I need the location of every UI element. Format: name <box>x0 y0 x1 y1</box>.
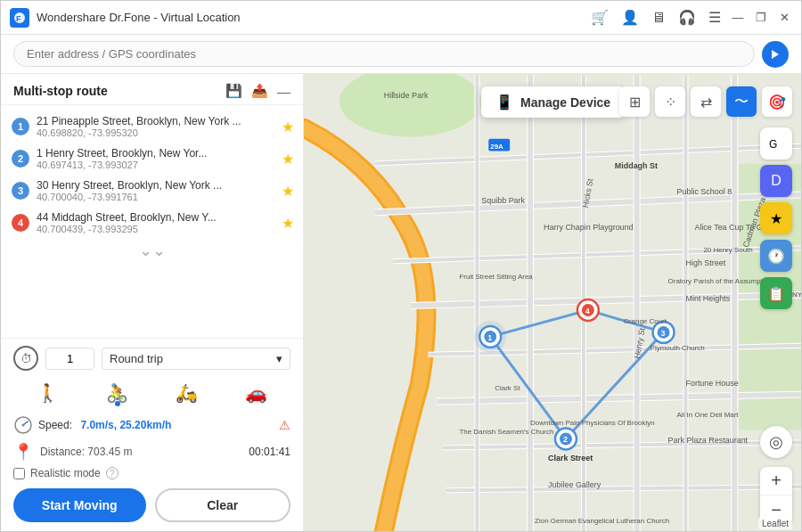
svg-text:Fruit Street Sitting Area: Fruit Street Sitting Area <box>459 273 533 281</box>
google-maps-icon[interactable]: G <box>760 127 792 160</box>
map-tool-grid[interactable]: ⊞ <box>619 86 650 117</box>
svg-text:Public School 8: Public School 8 <box>677 187 732 196</box>
realistic-mode-help-icon[interactable]: ? <box>106 467 119 479</box>
trip-count-input[interactable] <box>45 348 94 370</box>
clock-icon[interactable]: 🕐 <box>760 240 792 272</box>
route-star-2[interactable]: ★ <box>282 151 294 168</box>
action-row: Start Moving Clear <box>13 488 291 526</box>
save-route-icon[interactable]: 💾 <box>225 83 242 99</box>
route-star-1[interactable]: ★ <box>282 119 294 135</box>
sidebar-header: Multi-stop route 💾 📤 — <box>1 74 303 105</box>
route-num-2: 2 <box>12 150 29 168</box>
svg-text:Park Plaza Restaurant: Park Plaza Restaurant <box>668 436 749 445</box>
trip-mode-dropdown[interactable]: Round trip ▾ <box>102 348 291 370</box>
star-icon[interactable]: ★ <box>760 202 792 234</box>
sidebar: Multi-stop route 💾 📤 — 1 21 Pineapple St… <box>1 74 304 532</box>
app-title: Wondershare Dr.Fone - Virtual Location <box>37 11 591 24</box>
route-num-4: 4 <box>12 214 29 232</box>
map-tool-route[interactable]: ⇄ <box>691 86 721 117</box>
search-button[interactable] <box>762 41 789 68</box>
svg-text:Jubilee Gallery: Jubilee Gallery <box>548 480 602 489</box>
speedometer-icon <box>13 415 33 435</box>
svg-text:Fortune House: Fortune House <box>685 379 738 388</box>
speed-label: Speed: <box>38 419 75 431</box>
leaflet-attribution: Leaflet <box>758 518 792 529</box>
user-icon[interactable]: 👤 <box>621 9 639 26</box>
driving-mode[interactable]: 🚗 <box>238 378 274 408</box>
walking-mode[interactable]: 🚶 <box>30 378 66 408</box>
maximize-button[interactable]: ❐ <box>753 10 769 26</box>
route-coords-2: 40.697413, -73.993027 <box>37 160 274 170</box>
route-num-1: 1 <box>12 118 29 135</box>
transport-row: 🚶 🚴 🛵 🚗 <box>13 378 291 408</box>
svg-text:Hillside Park: Hillside Park <box>384 91 429 100</box>
minimize-button[interactable]: — <box>730 10 746 26</box>
route-item-4[interactable]: 4 44 Middagh Street, Brooklyn, New Y... … <box>1 207 303 239</box>
speed-warning-icon[interactable]: ⚠ <box>279 418 291 432</box>
checklist-icon[interactable]: 📋 <box>760 277 792 309</box>
map-area[interactable]: Hillside Park <box>304 74 801 532</box>
route-item-2[interactable]: 2 1 Henry Street, Brooklyn, New Yor... 4… <box>1 143 303 175</box>
export-icon[interactable]: 📤 <box>251 83 268 99</box>
search-input[interactable] <box>13 41 755 67</box>
realistic-mode-label: Realistic mode <box>30 467 101 479</box>
svg-text:Zion German Evangelical Luther: Zion German Evangelical Lutheran Church <box>535 517 669 525</box>
route-text-3: 30 Henry Street, Brooklyn, New York ... … <box>37 179 274 202</box>
manage-device-button[interactable]: 📱 Manage Device <box>481 86 625 118</box>
menu-icon[interactable]: ☰ <box>708 9 721 26</box>
titlebar-icons: 🛒 👤 🖥 🎧 ☰ <box>591 9 721 26</box>
route-item-3[interactable]: 3 30 Henry Street, Brooklyn, New York ..… <box>1 175 303 207</box>
realistic-mode-row: Realistic mode ? <box>13 467 291 479</box>
route-coords-4: 40.700439, -73.993295 <box>37 224 274 234</box>
speed-row: Speed: 7.0m/s, 25.20km/h ⚠ <box>13 413 291 437</box>
zoom-in-button[interactable]: + <box>760 467 792 495</box>
distance-icon: 📍 <box>13 442 33 462</box>
distance-label: Distance: 703.45 m <box>40 446 241 458</box>
cycling-mode[interactable]: 🚴 <box>100 378 135 408</box>
compass-button[interactable]: ◎ <box>760 426 792 458</box>
route-text-2: 1 Henry Street, Brooklyn, New Yor... 40.… <box>37 147 274 170</box>
svg-text:Middagh St: Middagh St <box>615 161 658 170</box>
route-star-3[interactable]: ★ <box>282 183 294 200</box>
expand-chevron[interactable]: ⌄⌄ <box>1 239 303 266</box>
svg-text:Squibb Park: Squibb Park <box>481 196 525 205</box>
searchbar <box>1 35 801 74</box>
map-right-icons: G D ★ 🕐 📋 <box>760 127 792 309</box>
clear-button[interactable]: Clear <box>155 488 291 522</box>
control-panel: ⏱ Round trip ▾ 🚶 🚴 🛵 🚗 <box>1 338 303 532</box>
svg-text:Mint Heights: Mint Heights <box>685 294 730 303</box>
map-tool-target[interactable]: 🎯 <box>762 86 792 117</box>
trip-mode-label: Round trip <box>110 352 163 365</box>
scooter-mode[interactable]: 🛵 <box>168 378 204 408</box>
svg-point-5 <box>22 424 25 427</box>
active-dot <box>115 401 120 406</box>
route-addr-2: 1 Henry Street, Brooklyn, New Yor... <box>37 147 274 160</box>
titlebar: F Wondershare Dr.Fone - Virtual Location… <box>1 1 801 35</box>
realistic-mode-checkbox[interactable] <box>13 468 25 479</box>
map-right-panel: G D ★ 🕐 📋 ◎ + − <box>760 127 792 524</box>
monitor-icon[interactable]: 🖥 <box>651 10 666 26</box>
headphone-icon[interactable]: 🎧 <box>678 9 696 26</box>
svg-text:G: G <box>769 138 777 151</box>
svg-text:2: 2 <box>563 435 568 444</box>
map-tool-dots[interactable]: ⁘ <box>655 86 685 117</box>
route-addr-4: 44 Middagh Street, Brooklyn, New Y... <box>37 211 274 224</box>
minimize-panel-icon[interactable]: — <box>277 84 291 99</box>
route-addr-3: 30 Henry Street, Brooklyn, New York ... <box>37 179 274 192</box>
phone-icon: 📱 <box>495 94 513 110</box>
start-moving-button[interactable]: Start Moving <box>13 488 146 522</box>
route-text-4: 44 Middagh Street, Brooklyn, New Y... 40… <box>37 211 274 234</box>
map-tool-active[interactable]: 〜 <box>726 86 757 117</box>
route-item-1[interactable]: 1 21 Pineapple Street, Brooklyn, New Yor… <box>1 110 303 143</box>
svg-text:Clark St: Clark St <box>495 384 520 392</box>
close-button[interactable]: ✕ <box>776 10 792 26</box>
speed-value: 7.0m/s, 25.20km/h <box>80 419 171 431</box>
discord-icon[interactable]: D <box>760 165 792 197</box>
svg-text:F: F <box>16 14 21 23</box>
route-star-4[interactable]: ★ <box>282 215 294 232</box>
chevron-down-icon: ⌄⌄ <box>139 241 166 259</box>
trip-controls: ⏱ Round trip ▾ <box>13 346 291 371</box>
svg-text:3: 3 <box>661 329 666 338</box>
cart-icon[interactable]: 🛒 <box>591 9 609 26</box>
manage-device-label: Manage Device <box>520 95 610 110</box>
